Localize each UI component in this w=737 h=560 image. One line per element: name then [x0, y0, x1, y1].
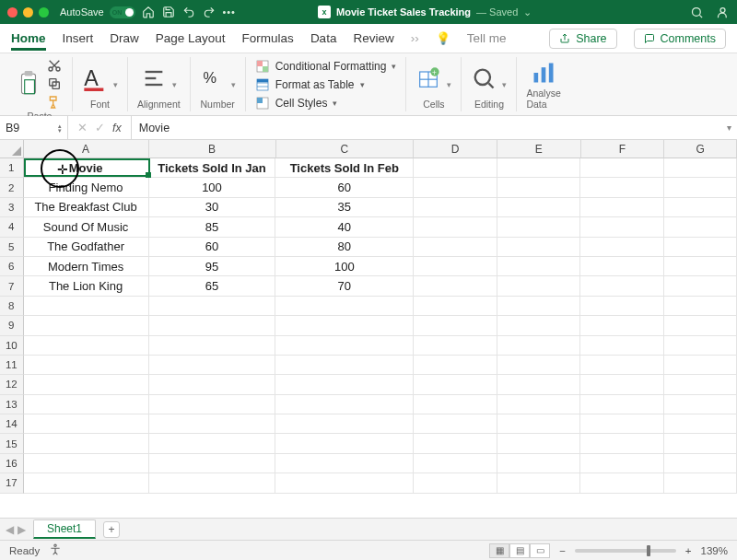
cell[interactable] — [414, 356, 497, 375]
cell[interactable] — [414, 238, 497, 257]
cell[interactable] — [580, 316, 664, 335]
cell[interactable] — [664, 434, 737, 453]
row-header[interactable]: 6 — [0, 257, 24, 276]
format-painter-icon[interactable] — [46, 94, 63, 111]
chevron-down-icon[interactable]: ▾ — [447, 80, 451, 89]
cell[interactable] — [580, 178, 664, 197]
cell[interactable] — [580, 238, 664, 257]
cell[interactable] — [497, 375, 581, 394]
cell[interactable] — [414, 257, 497, 276]
more-tabs-icon[interactable]: ›› — [411, 31, 419, 45]
cell[interactable]: 80 — [275, 238, 414, 257]
tab-page-layout[interactable]: Page Layout — [156, 26, 226, 51]
cell[interactable] — [580, 198, 664, 217]
sheet-nav-prev-icon[interactable]: ◀ — [6, 523, 14, 536]
cell[interactable]: Finding Nemo — [24, 178, 149, 197]
cell[interactable] — [664, 178, 737, 197]
column-header[interactable]: E — [497, 140, 581, 158]
cells-button[interactable]: + — [415, 64, 441, 92]
cell[interactable]: The Godfather — [24, 238, 149, 257]
account-icon[interactable] — [715, 5, 730, 19]
cell[interactable] — [275, 336, 414, 356]
cell[interactable]: 85 — [149, 217, 276, 237]
cell[interactable] — [664, 356, 737, 375]
undo-icon[interactable] — [181, 5, 196, 19]
cell[interactable] — [24, 297, 149, 316]
row-header[interactable]: 2 — [0, 178, 24, 197]
chevron-down-icon[interactable]: ▾ — [172, 80, 177, 89]
tab-data[interactable]: Data — [310, 26, 337, 51]
column-header[interactable]: D — [414, 140, 497, 158]
cell[interactable] — [414, 414, 497, 434]
formula-input[interactable]: Movie ▾ — [132, 116, 737, 139]
row-header[interactable]: 7 — [0, 276, 24, 296]
cell[interactable] — [414, 198, 497, 217]
view-normal-button[interactable]: ▦ — [489, 543, 509, 558]
cell[interactable]: Movie — [24, 158, 149, 178]
column-header[interactable]: C — [276, 140, 415, 158]
accessibility-icon[interactable] — [49, 543, 62, 558]
home-icon[interactable] — [141, 5, 156, 19]
cell[interactable] — [414, 336, 497, 356]
cell[interactable] — [580, 336, 664, 356]
cell[interactable] — [664, 414, 737, 434]
search-icon[interactable] — [689, 5, 704, 19]
cell[interactable] — [24, 336, 149, 356]
row-header[interactable]: 9 — [0, 316, 24, 335]
cell[interactable] — [580, 276, 664, 296]
cell[interactable]: 100 — [149, 178, 276, 197]
conditional-formatting-button[interactable]: Conditional Formatting▾ — [255, 59, 397, 74]
cell[interactable] — [580, 434, 664, 453]
row-header[interactable]: 4 — [0, 217, 24, 237]
cell[interactable] — [497, 158, 581, 178]
cell[interactable] — [664, 198, 737, 217]
zoom-out-button[interactable]: − — [559, 545, 566, 556]
cell[interactable]: Tickets Sold In Jan — [149, 158, 276, 178]
cell[interactable] — [664, 454, 737, 473]
analyse-data-button[interactable] — [531, 59, 556, 87]
cell[interactable] — [275, 395, 414, 414]
cell[interactable] — [149, 434, 276, 453]
cell[interactable] — [497, 198, 581, 217]
zoom-in-button[interactable]: + — [685, 545, 692, 556]
row-header[interactable]: 5 — [0, 238, 24, 257]
cell[interactable] — [497, 316, 581, 335]
cell[interactable]: 35 — [275, 198, 414, 217]
cell[interactable] — [497, 276, 581, 296]
spreadsheet-grid[interactable]: ABCDEFG 1MovieTickets Sold In JanTickets… — [0, 140, 737, 518]
cell[interactable] — [149, 316, 276, 335]
cell[interactable]: 40 — [275, 217, 414, 237]
cell[interactable] — [664, 217, 737, 237]
cell[interactable] — [149, 473, 276, 493]
cell[interactable] — [497, 434, 581, 453]
cell[interactable] — [497, 414, 581, 434]
cell[interactable] — [580, 356, 664, 375]
cell[interactable] — [664, 238, 737, 257]
cell[interactable] — [664, 473, 737, 493]
cell[interactable]: The Breakfast Club — [24, 198, 149, 217]
row-header[interactable]: 13 — [0, 395, 24, 414]
cell[interactable] — [275, 434, 414, 453]
cell[interactable]: 100 — [275, 257, 414, 276]
cell[interactable] — [664, 297, 737, 316]
cancel-formula-icon[interactable]: ✕ — [77, 121, 88, 134]
tab-formulas[interactable]: Formulas — [242, 26, 294, 51]
cell[interactable] — [497, 454, 581, 473]
cell[interactable] — [275, 375, 414, 394]
minimize-window-button[interactable] — [23, 7, 33, 18]
row-header[interactable]: 11 — [0, 356, 24, 375]
tell-me-search[interactable]: Tell me — [467, 26, 507, 51]
cell[interactable] — [664, 276, 737, 296]
tab-home[interactable]: Home — [11, 26, 46, 51]
cell[interactable] — [24, 473, 149, 493]
cell[interactable] — [497, 217, 581, 237]
cell[interactable] — [24, 395, 149, 414]
number-format-button[interactable]: % — [200, 64, 226, 92]
cell[interactable] — [275, 414, 414, 434]
cell[interactable] — [149, 375, 276, 394]
view-page-layout-button[interactable]: ▤ — [509, 543, 530, 558]
cell[interactable] — [580, 414, 664, 434]
format-as-table-button[interactable]: Format as Table▾ — [255, 77, 397, 92]
cell[interactable] — [149, 454, 276, 473]
redo-icon[interactable] — [202, 5, 216, 19]
